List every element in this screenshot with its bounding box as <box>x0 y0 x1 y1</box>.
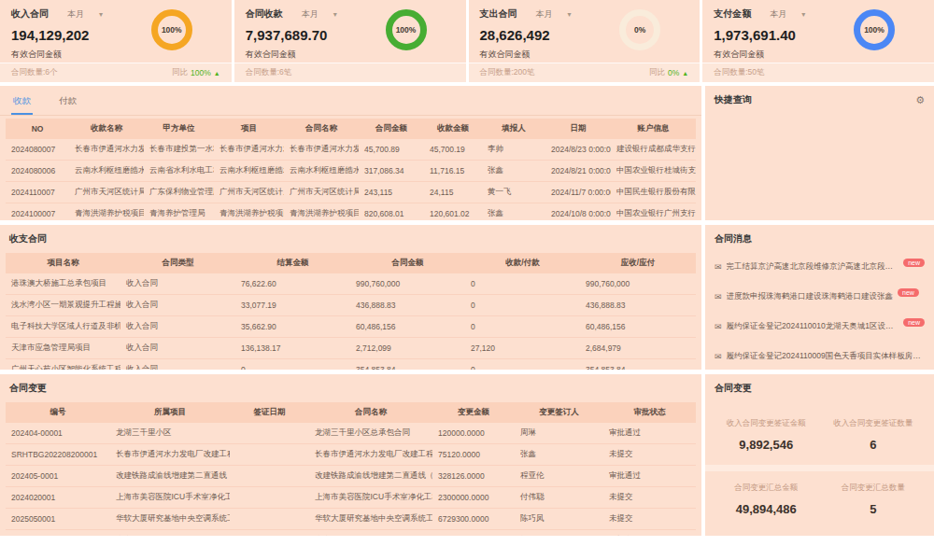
kpi-caption: 有效合同金额 <box>714 49 923 61</box>
table-row[interactable]: 202404-00001龙湖三千里小区龙湖三千里小区总承包合同120000.00… <box>6 423 696 444</box>
period-select[interactable]: 本月 ▾ <box>302 8 337 21</box>
table-cell: 长春市伊通河水力发电厂改建工程合同 <box>309 444 432 466</box>
table-cell: 收入合同 <box>120 295 235 316</box>
table-row[interactable]: 2024080006云南水利枢纽磨皓水库一期工云南省水利水电工程有限公司云南水利… <box>6 161 696 182</box>
kpi-caption: 有效合同金额 <box>11 49 220 61</box>
table-cell: 202404-00001 <box>6 423 110 444</box>
message-item[interactable]: ✉完工结算京沪高速北京段维修京沪高速北京段维修李帅new <box>705 252 934 282</box>
table-cell: 243,115 <box>359 182 424 203</box>
table-cell: 2024100007 <box>6 203 69 221</box>
mail-icon: ✉ <box>715 322 722 331</box>
table-cell: 136,138.17 <box>235 338 350 359</box>
table-row[interactable]: 2024110007广州市天河区统计局机房改造广东保利物业管理股份有限公广州市天… <box>6 182 696 203</box>
progress-ring: 100% <box>386 9 427 50</box>
table-cell: 436,888.83 <box>580 295 696 316</box>
table-cell: 青海洪湖养护税项目 <box>284 203 359 221</box>
table-cell: SRHTBG202208200001 <box>6 444 110 466</box>
table-cell: 华软大厦研究基地中央空调系统工程 <box>110 509 230 530</box>
table-cell: 120000.0000 <box>432 423 515 444</box>
receipts-table: NO收款名称甲方单位项目合同名称合同金额收款金额填报人日期账户信息2024080… <box>6 119 696 220</box>
message-item[interactable]: ✉履约保证金登记2024110010龙湖天奥城1区设计采购施工（EPC）总承包工… <box>705 312 934 342</box>
table-cell: 0 <box>465 316 580 338</box>
table-row[interactable]: 2024020001上海市美容医院ICU手术室净化工程上海市美容医院ICU手术室… <box>6 487 696 509</box>
contract-count: 合同数量:200笔 <box>480 67 535 78</box>
stat-total-change-count: 合同变更汇总数量 5 <box>820 477 927 529</box>
table-cell: 328126.0000 <box>432 466 515 487</box>
table-cell: 未提交 <box>603 509 696 530</box>
table-cell: 青海养护管理局 <box>144 203 214 221</box>
table-cell <box>230 509 309 530</box>
table-row[interactable]: 港珠澳大桥施工总承包项目收入合同76,622.60990,760,0000990… <box>6 273 696 295</box>
trend-up-icon: ▲ <box>682 70 688 77</box>
table-row[interactable]: 浅水湾小区一期景观提升工程施工收入合同33,077.19436,888.8304… <box>6 295 696 316</box>
message-item[interactable]: ✉进度款申报珠海鹤港口建设珠海鹤港口建设张鑫new <box>705 282 934 312</box>
period-select[interactable]: 本月 ▾ <box>67 8 103 21</box>
chevron-down-icon: ▾ <box>333 10 337 19</box>
table-cell: 中国民生银行股份有限公司 <box>611 182 696 203</box>
table-cell: 2024/10/8 0:00:00 <box>545 203 611 221</box>
kpi-caption: 有效合同金额 <box>246 49 455 61</box>
table-cell: 2,684,979 <box>580 338 696 359</box>
table-cell: 长春市伊通河水力发电厂改建 <box>69 139 144 161</box>
stat-label: 合同变更汇总数量 <box>820 483 927 494</box>
table-row[interactable]: 2024080007长春市伊通河水力发电厂改建长春市建投第一水利水电建设长春市伊… <box>6 139 696 161</box>
table-row[interactable]: 电子科技大学区域人行道及非机动车道工程施工收入合同35,662.9060,486… <box>6 316 696 338</box>
table-cell: 青海洪湖养护税项目 <box>214 203 284 221</box>
table-cell: 广州市天河区统计局机房改造 <box>69 182 144 203</box>
new-badge: new <box>898 288 919 297</box>
table-cell: 长春市建投第一水利水电建设 <box>144 139 214 161</box>
column-header: 合同金额 <box>350 253 465 273</box>
tab-payments[interactable]: 付款 <box>57 91 78 115</box>
period-label: 本月 <box>302 8 318 21</box>
table-row[interactable]: 2024100007青海洪湖养护税项目工程款青海养护管理局青海洪湖养护税项目青海… <box>6 203 696 221</box>
period-select[interactable]: 本月 ▾ <box>770 8 805 21</box>
table-cell: 建设银行成都成华支行 <box>611 139 696 161</box>
progress-ring: 100% <box>854 9 895 50</box>
table-cell: 收入合同 <box>120 316 235 338</box>
table-cell: 龙湖三千里小区 <box>110 423 230 444</box>
table-cell: 华软大厦研究基地中央空调系统工程 <box>309 509 432 530</box>
table-cell: 0 <box>235 359 350 371</box>
message-item[interactable]: ✉履约保证金登记2024110009国色天香项目实体样板房区域园建工程张鑫202… <box>705 342 934 370</box>
table-cell: 202405-0001 <box>6 466 110 487</box>
table-cell: 317,086.34 <box>359 161 424 182</box>
period-select[interactable]: 本月 ▾ <box>536 8 572 21</box>
table-cell: 广东佛山碧桂园项目 <box>309 530 432 537</box>
table-cell: 27,120 <box>465 338 580 359</box>
table-cell: 2024/8/23 0:00:00 <box>545 139 611 161</box>
table-row[interactable]: 202405-0001改建铁路成渝线增建第二直通线（成渝枢改建铁路成渝线增建第二… <box>6 466 696 487</box>
table-cell: 广东佛山碧桂园项目 <box>110 530 230 537</box>
table-row[interactable]: 广州天心苑小区智能化系统工程收入合同0354,853.840354,853.84 <box>6 359 696 371</box>
kpi-card-expense-contracts: 支出合同 本月 ▾ 28,626,492 有效合同金额 0% 合同数量:200笔… <box>469 0 700 82</box>
stat-value: 6 <box>820 438 927 452</box>
table-cell: 75120.0000 <box>432 444 515 466</box>
table-cell <box>230 530 309 537</box>
table-cell: 0 <box>465 273 580 295</box>
table-cell: 上海市美容医院ICU手术室净化工程 <box>110 487 230 509</box>
period-label: 本月 <box>770 8 786 21</box>
table-cell: 76,622.60 <box>235 273 350 295</box>
kpi-card-contract-receipts: 合同收款 本月 ▾ 7,937,689.70 有效合同金额 100% 合同数量:… <box>234 0 466 82</box>
yoy-indicator: 同比 100% ▲ <box>172 67 220 78</box>
period-label: 本月 <box>67 8 84 21</box>
table-row[interactable]: 20240060001广东佛山碧桂园项目广东佛山碧桂园项目340000.0000… <box>6 530 696 537</box>
table-cell: 820,608.01 <box>359 203 424 221</box>
period-label: 本月 <box>536 8 553 21</box>
progress-ring: 0% <box>619 9 660 50</box>
table-row[interactable]: 2025050001华软大厦研究基地中央空调系统工程华软大厦研究基地中央空调系统… <box>6 509 696 530</box>
chevron-down-icon: ▾ <box>99 10 103 19</box>
table-row[interactable]: SRHTBG202208200001长春市伊通河水力发电厂改建工程长春市伊通河水… <box>6 444 696 466</box>
kpi-title: 合同收款 <box>246 7 283 21</box>
table-cell: 20240060001 <box>6 530 110 537</box>
column-header: 项目 <box>214 119 284 139</box>
stat-label: 收入合同变更签证金额 <box>713 418 820 429</box>
kpi-caption: 有效合同金额 <box>480 49 689 61</box>
table-cell: 60,486,156 <box>350 316 465 338</box>
table-cell: 张鑫 <box>482 161 545 182</box>
tab-receipts[interactable]: 收款 <box>11 91 33 115</box>
table-cell: 李帅 <box>482 139 545 161</box>
table-row[interactable]: 天津市应急管理局项目收入合同136,138.172,712,09927,1202… <box>6 338 696 359</box>
table-cell: 刘健 <box>515 530 603 537</box>
gear-icon[interactable]: ⚙ <box>915 95 925 105</box>
panel-title: 快捷查询 <box>715 93 752 106</box>
